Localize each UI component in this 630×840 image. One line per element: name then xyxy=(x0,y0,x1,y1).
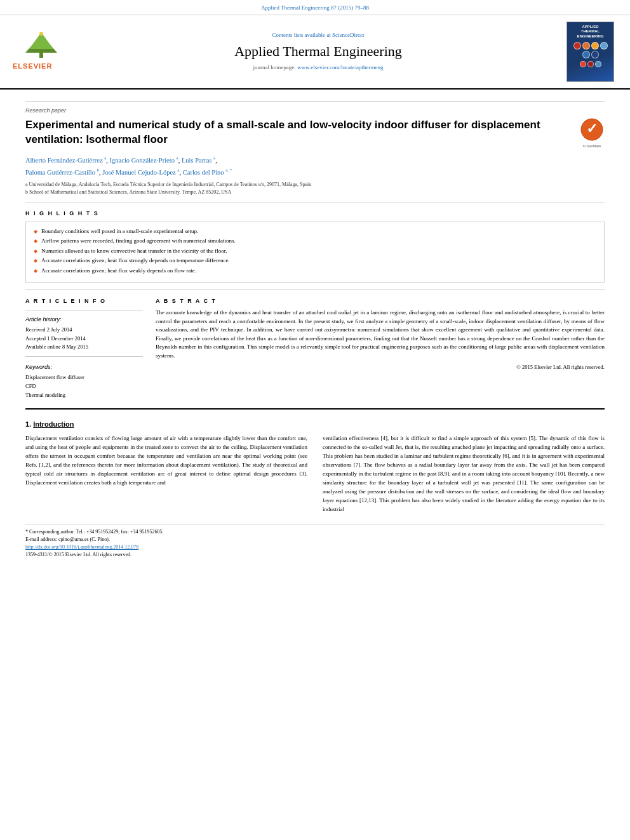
highlights-title: H I G H L I G H T S xyxy=(25,210,605,218)
highlight-3: ◆ Numerics allowed us to know convective… xyxy=(34,247,596,255)
highlight-5: ◆ Accurate correlations given; heat flux… xyxy=(34,267,596,275)
keywords-label: Keywords: xyxy=(25,363,143,371)
abstract-text: The accurate knowledge of the dynamics a… xyxy=(156,309,605,360)
intro-col2: ventilation effectiveness [4], but it is… xyxy=(323,434,605,517)
accepted-date: Accepted 1 December 2014 xyxy=(25,335,143,343)
article-abstract-section: A R T I C L E I N F O Article history: R… xyxy=(25,297,605,401)
bullet-5: ◆ xyxy=(34,267,37,274)
abstract-section: A B S T R A C T The accurate knowledge o… xyxy=(156,297,605,401)
article-history-label: Article history: xyxy=(25,316,143,324)
intro-title-text: Introduction xyxy=(33,420,74,428)
intro-body: Displacement ventilation consists of flo… xyxy=(25,434,605,517)
main-content: Research paper Experimental and numerica… xyxy=(0,90,630,518)
highlights-box: ◆ Boundary conditions well posed in a sm… xyxy=(25,222,605,283)
keyword-3: Thermal modeling xyxy=(25,392,143,399)
authors-line-2: Paloma Gutiérrez-Castillo b, José Manuel… xyxy=(25,168,605,177)
abstract-title: A B S T R A C T xyxy=(156,297,605,305)
crossmark-icon: ✓ xyxy=(580,118,603,141)
journal-cover-image: APPLIEDTHERMALENGINEERING xyxy=(566,22,617,82)
affiliation-b: b School of Mathematical and Statistical… xyxy=(25,189,605,196)
issn-text: 1359-4311/© 2015 Elsevier Ltd. All right… xyxy=(25,551,605,559)
contents-line: Contents lists available at ScienceDirec… xyxy=(83,31,554,39)
article-info: A R T I C L E I N F O Article history: R… xyxy=(25,297,143,401)
received-date: Received 2 July 2014 xyxy=(25,326,143,334)
author-5[interactable]: José Manuel Cejudo-López xyxy=(102,168,175,175)
copyright: © 2015 Elsevier Ltd. All rights reserved… xyxy=(156,364,605,371)
intro-col1: Displacement ventilation consists of flo… xyxy=(25,434,307,517)
section-title-intro: 1. Introduction xyxy=(25,420,605,429)
bullet-3: ◆ xyxy=(34,248,37,255)
bullet-1: ◆ xyxy=(34,228,37,235)
highlight-4: ◆ Accurate correlations given; heat flux… xyxy=(34,257,596,265)
cover-decoration xyxy=(570,42,611,58)
article-info-title: A R T I C L E I N F O xyxy=(25,297,143,305)
bullet-2: ◆ xyxy=(34,237,37,244)
doi-link[interactable]: http://dx.doi.org/10.1016/j.applthermale… xyxy=(25,544,138,550)
paper-title: Experimental and numerical study of a sm… xyxy=(25,118,570,147)
journal-citation: Applied Thermal Engineering 87 (2015) 79… xyxy=(261,4,369,11)
author-4[interactable]: Paloma Gutiérrez-Castillo xyxy=(25,168,95,175)
journal-title-center: Contents lists available at ScienceDirec… xyxy=(83,31,554,72)
author-6[interactable]: Carlos del Pino xyxy=(183,168,224,175)
highlight-2: ◆ Airflow patterns were recorded, findin… xyxy=(34,237,596,245)
author-3[interactable]: Luis Parras xyxy=(182,156,212,163)
bullet-4: ◆ xyxy=(34,257,37,264)
journal-top-bar: Applied Thermal Engineering 87 (2015) 79… xyxy=(0,0,630,15)
paper-type-label: Research paper xyxy=(25,107,605,115)
elsevier-tree-icon xyxy=(13,31,70,62)
homepage-line: journal homepage: www.elsevier.com/locat… xyxy=(83,63,554,72)
authors-line: Alberto Fernández-Gutiérrez a, Ignacio G… xyxy=(25,156,605,165)
crossmark: ✓ CrossMark xyxy=(579,118,605,149)
footer-notes: * Corresponding author. Tel.: +34 951952… xyxy=(25,524,605,559)
science-direct-link[interactable]: ScienceDirect xyxy=(332,32,364,38)
author-2[interactable]: Ignacio González-Prieto xyxy=(110,156,175,163)
paper-title-row: Experimental and numerical study of a sm… xyxy=(25,118,605,149)
homepage-link[interactable]: www.elsevier.com/locate/apthermeng xyxy=(297,64,383,70)
corresponding-author: * Corresponding author. Tel.: +34 951952… xyxy=(25,528,605,536)
cover-title: APPLIEDTHERMALENGINEERING xyxy=(577,25,603,39)
author-1[interactable]: Alberto Fernández-Gutiérrez xyxy=(25,156,103,163)
email-address: E-mail address: cpino@uma.es (C. Pino). xyxy=(25,536,605,543)
highlight-1: ◆ Boundary conditions well posed in a sm… xyxy=(34,227,596,236)
keyword-1: Displacement flow diffuser xyxy=(25,374,143,382)
introduction-section: 1. Introduction Displacement ventilation… xyxy=(25,420,605,518)
highlights-section: H I G H L I G H T S ◆ Boundary condition… xyxy=(25,210,605,283)
elsevier-text: ELSEVIER xyxy=(13,62,52,71)
keyword-2: CFD xyxy=(25,383,143,390)
journal-name: Applied Thermal Engineering xyxy=(83,42,554,62)
affiliation-a: a Universidad de Málaga, Andalucía Tech,… xyxy=(25,181,605,189)
elsevier-logo: ELSEVIER xyxy=(13,31,83,71)
svg-point-3 xyxy=(39,32,43,36)
svg-text:✓: ✓ xyxy=(586,121,598,137)
available-date: Available online 8 May 2015 xyxy=(25,343,143,351)
journal-header: ELSEVIER Contents lists available at Sci… xyxy=(0,15,630,90)
affiliations: a Universidad de Málaga, Andalucía Tech,… xyxy=(25,181,605,196)
